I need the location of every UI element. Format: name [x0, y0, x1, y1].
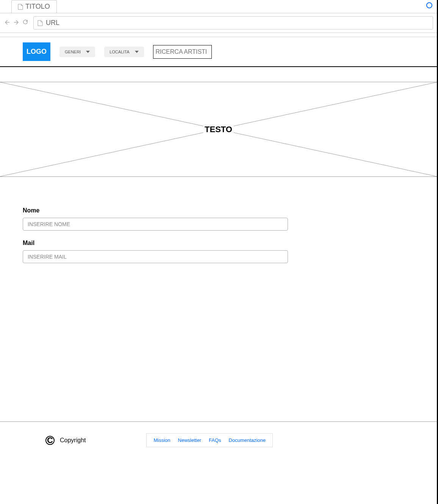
hero-text: TESTO: [203, 125, 234, 134]
reload-button[interactable]: [22, 19, 29, 27]
generi-dropdown[interactable]: GENERI: [59, 47, 95, 57]
back-button[interactable]: [4, 19, 11, 27]
page-icon: [38, 20, 43, 26]
tab-title: TITOLO: [25, 3, 50, 11]
footer-link-newsletter[interactable]: Newsletter: [178, 437, 201, 443]
mail-input[interactable]: [23, 250, 288, 263]
logo[interactable]: LOGO: [23, 42, 50, 61]
newsletter-form: Nome Mail: [0, 177, 437, 280]
mail-label: Mail: [23, 240, 414, 247]
site-header: LOGO GENERI LOCALITA: [0, 37, 437, 67]
url-text: URL: [46, 19, 59, 27]
tab-bar: TITOLO: [0, 0, 437, 13]
form-group-nome: Nome: [23, 207, 414, 231]
chevron-down-icon: [86, 51, 90, 53]
page-icon: [18, 4, 23, 10]
nome-label: Nome: [23, 207, 414, 214]
footer-link-documentazione[interactable]: Documentazione: [229, 437, 266, 443]
search-artists-input[interactable]: [153, 45, 212, 59]
chevron-down-icon: [135, 51, 139, 53]
copyright-section: C Copyright: [45, 436, 86, 445]
nome-input[interactable]: [23, 218, 288, 231]
localita-dropdown[interactable]: LOCALITA: [104, 47, 144, 57]
dropdown-label: GENERI: [65, 50, 81, 54]
browser-nav-bar: URL: [0, 13, 437, 33]
footer-link-mission[interactable]: Mission: [153, 437, 170, 443]
form-group-mail: Mail: [23, 240, 414, 263]
hero-placeholder: TESTO: [0, 82, 437, 177]
copyright-icon: C: [45, 436, 55, 445]
footer-links: Mission Newsletter FAQs Documentazione: [146, 433, 273, 447]
browser-chrome: TITOLO URL: [0, 0, 437, 33]
spacer: [0, 67, 437, 82]
url-bar[interactable]: URL: [33, 16, 433, 30]
dropdown-label: LOCALITA: [110, 50, 129, 54]
browser-tab[interactable]: TITOLO: [11, 0, 57, 13]
status-indicator-icon: [426, 2, 432, 8]
forward-button[interactable]: [13, 19, 20, 27]
footer: C Copyright Mission Newsletter FAQs Docu…: [0, 421, 437, 459]
footer-link-faqs[interactable]: FAQs: [209, 437, 221, 443]
copyright-text: Copyright: [60, 437, 86, 444]
